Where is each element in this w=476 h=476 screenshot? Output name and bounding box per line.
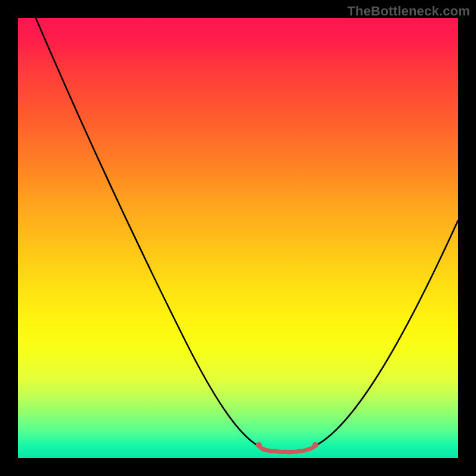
flat-marker-dot-left bbox=[256, 442, 262, 448]
bottleneck-curve bbox=[36, 18, 458, 451]
flat-marker-dot-right bbox=[312, 442, 318, 448]
chart-frame: TheBottleneck.com bbox=[0, 0, 476, 476]
watermark-text: TheBottleneck.com bbox=[347, 4, 470, 19]
flat-bottom-marker bbox=[259, 445, 315, 452]
curve-layer bbox=[18, 18, 458, 458]
plot-area bbox=[18, 18, 458, 458]
